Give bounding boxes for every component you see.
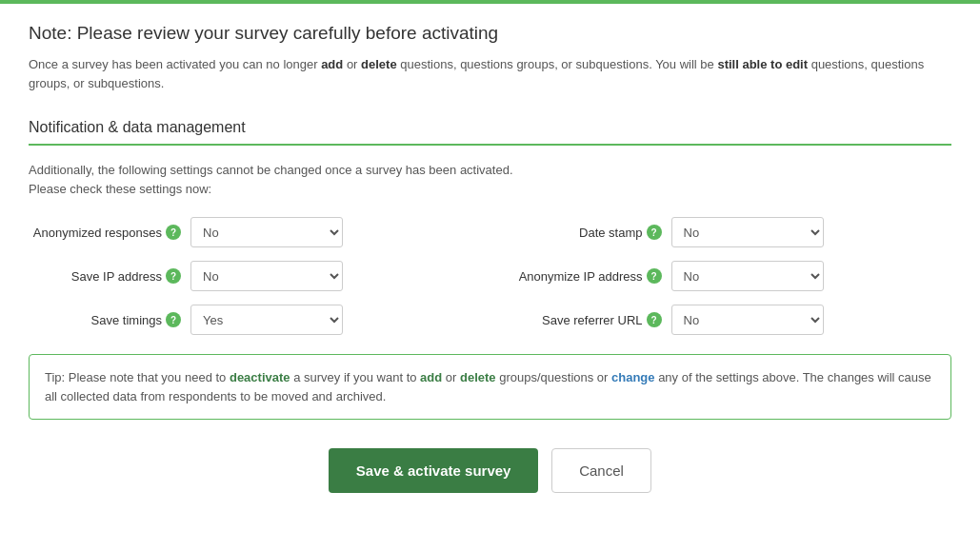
select-save-ip-address[interactable]: No Yes (190, 261, 343, 291)
help-icon-anonymize-ip[interactable]: ? (647, 268, 662, 284)
note-body: Once a survey has been activated you can… (29, 55, 951, 92)
section-desc-line1: Additionally, the following settings can… (29, 161, 951, 180)
select-anonymize-ip[interactable]: No Yes (671, 261, 824, 291)
settings-grid: Anonymized responses ? No Yes Date stamp… (29, 217, 951, 335)
tip-deactivate: deactivate (230, 370, 290, 384)
select-date-stamp[interactable]: No Yes (671, 217, 824, 247)
note-body-mid: questions, questions groups, or subquest… (397, 57, 718, 71)
label-anonymized-responses: Anonymized responses ? (29, 225, 181, 240)
help-icon-save-ip-address[interactable]: ? (166, 268, 181, 284)
tip-box: Tip: Please note that you need to deacti… (29, 354, 951, 420)
note-or1: or (343, 57, 361, 71)
label-save-ip-address: Save IP address ? (29, 268, 181, 284)
note-add: add (321, 57, 343, 71)
cancel-button[interactable]: Cancel (551, 448, 651, 493)
help-icon-anonymized-responses[interactable]: ? (166, 225, 181, 240)
tip-mid3: groups/questions or (496, 370, 611, 384)
setting-save-timings: Save timings ? Yes No (29, 305, 471, 335)
help-icon-save-referrer-url[interactable]: ? (647, 312, 662, 327)
help-icon-date-stamp[interactable]: ? (647, 225, 662, 240)
setting-save-ip-address: Save IP address ? No Yes (29, 261, 471, 291)
tip-add: add (420, 370, 442, 384)
tip-prefix: Tip: Please note that you need to (45, 370, 230, 384)
select-save-timings[interactable]: Yes No (190, 305, 343, 335)
setting-anonymized-responses: Anonymized responses ? No Yes (29, 217, 471, 247)
tip-mid1: a survey if you want to (290, 370, 421, 384)
main-container: Note: Please review your survey carefull… (0, 4, 980, 531)
tip-delete: delete (460, 370, 496, 384)
section-title: Notification & data management (29, 115, 951, 146)
setting-date-stamp: Date stamp ? No Yes (510, 217, 952, 247)
save-activate-button[interactable]: Save & activate survey (329, 448, 538, 493)
section-desc: Additionally, the following settings can… (29, 161, 951, 198)
select-save-referrer-url[interactable]: No Yes (671, 305, 824, 335)
tip-change: change (611, 370, 655, 384)
note-body-prefix: Once a survey has been activated you can… (29, 57, 321, 71)
label-save-timings: Save timings ? (29, 312, 181, 327)
buttons-row: Save & activate survey Cancel (29, 448, 951, 512)
label-date-stamp: Date stamp ? (510, 225, 662, 240)
select-anonymized-responses[interactable]: No Yes (190, 217, 343, 247)
label-anonymize-ip: Anonymize IP address ? (510, 268, 662, 284)
tip-mid2: or (442, 370, 460, 384)
help-icon-save-timings[interactable]: ? (166, 312, 181, 327)
setting-anonymize-ip: Anonymize IP address ? No Yes (510, 261, 952, 291)
note-title: Note: Please review your survey carefull… (29, 23, 951, 44)
section-desc-line2: Please check these settings now: (29, 180, 951, 199)
note-still-able: still able to edit (717, 57, 808, 71)
label-save-referrer-url: Save referrer URL ? (510, 312, 662, 327)
setting-save-referrer-url: Save referrer URL ? No Yes (510, 305, 952, 335)
note-delete: delete (361, 57, 397, 71)
